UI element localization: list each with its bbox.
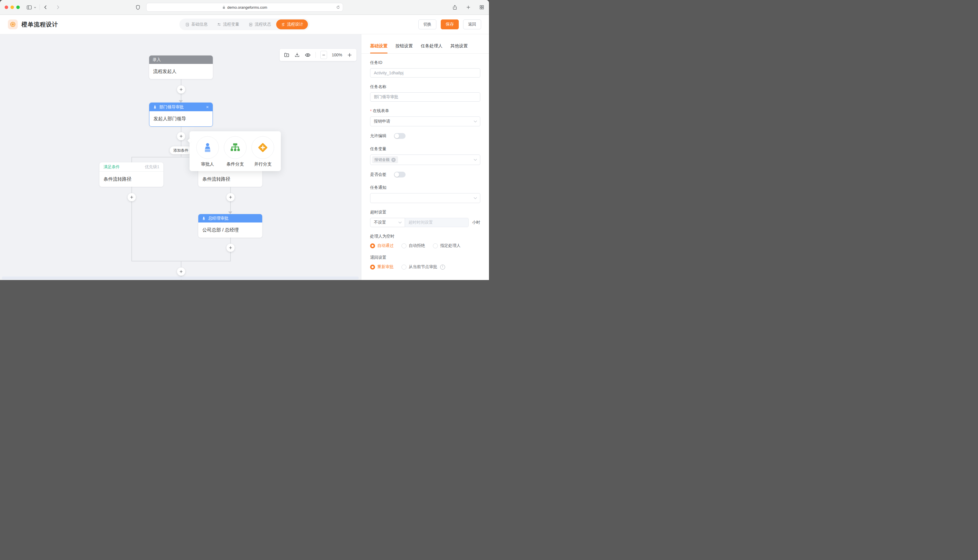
delete-node-icon[interactable] [206,105,209,108]
radio-from-current-node[interactable]: 从当前节点审批 [401,264,445,270]
node-dept-approval[interactable]: 部门领导审批 发起人部门领导 [149,103,213,127]
add-condition-label[interactable]: 添加条件 [170,147,192,154]
address-bar[interactable]: demo.orangeforms.com [146,3,343,12]
flow-icon [281,22,285,27]
page-title: 橙单流程设计 [22,21,58,28]
plus-icon [229,195,232,199]
traffic-lights [5,5,20,9]
popup-item-condition-branch[interactable]: 条件分支 [223,136,247,171]
variable-tag: 报销金额 [372,156,398,163]
browser-window: demo.orangeforms.com 橙单流程设计 基础信息 [0,0,489,280]
add-node-button[interactable] [177,132,185,140]
app-logo [8,20,18,29]
new-tab-icon[interactable] [466,5,471,10]
back-button-app[interactable]: 返回 [463,20,481,29]
field-label: 处理人为空时 [370,234,480,239]
task-variable-select[interactable]: 报销金额 [370,155,480,165]
node-gm-title: 总经理审批 [208,216,229,221]
timeout-mode-select[interactable]: 不设置 [370,218,405,227]
flow-nav-tabs: 基础信息 流程变量 流程状态 流程设计 [179,18,309,30]
add-node-button[interactable] [226,193,235,201]
approver-stamp-icon [202,142,213,153]
field-task-id: 任务ID [370,60,480,78]
radio-auto-reject[interactable]: 自动拒绝 [401,243,425,248]
flow-canvas[interactable]: 录入 流程发起人 部门领导审批 发起人部门领导 [0,34,361,280]
approver-stamp-icon [153,105,157,109]
popup-item-label: 并行分支 [251,162,275,167]
add-node-button[interactable] [177,85,185,93]
tab-overview-icon[interactable] [479,5,484,10]
tab-flow-variables[interactable]: 流程变量 [212,18,244,30]
fullscreen-window-button[interactable] [16,5,20,9]
field-label: 在线表单 [373,108,389,113]
reload-icon[interactable] [336,5,340,9]
countersign-toggle[interactable] [394,172,406,177]
forward-button[interactable] [55,4,61,10]
tab-basic-settings[interactable]: 基础设置 [370,43,388,53]
import-file-icon[interactable] [284,52,289,58]
chevron-down-icon [473,158,477,161]
privacy-shield-icon[interactable] [135,5,140,10]
sidebar-toggle-icon[interactable] [26,4,32,10]
chevron-down-icon [398,221,402,223]
node-start[interactable]: 录入 流程发起人 [149,55,213,79]
tab-label: 流程状态 [255,22,271,27]
plus-icon [347,52,352,58]
radio-label: 重新审批 [377,264,394,270]
close-window-button[interactable] [5,5,8,9]
share-icon[interactable] [452,5,458,10]
allow-edit-toggle[interactable] [394,133,406,139]
add-node-button[interactable] [128,193,136,201]
plus-icon [179,134,183,138]
lock-icon [222,5,226,9]
tab-basic-info[interactable]: 基础信息 [181,18,212,30]
parallel-branch-icon [257,142,269,153]
task-notify-select[interactable] [370,193,480,203]
radio-auto-approve[interactable]: 自动通过 [370,243,394,248]
preview-eye-icon[interactable] [305,52,311,58]
horizontal-scrollbar[interactable] [2,277,359,279]
doc-status-icon [249,22,253,27]
node-gm-approval[interactable]: 总经理审批 公司总部 / 总经理 [198,214,262,238]
add-node-button[interactable] [226,244,235,252]
tab-flow-status[interactable]: 流程状态 [244,18,276,30]
download-icon[interactable] [294,52,300,58]
save-button[interactable]: 保存 [441,20,459,29]
field-countersign: 是否会签 [370,172,480,177]
add-node-popup: 审批人 条件分支 并行分支 [189,131,281,171]
timeout-unit: 小时 [472,220,480,225]
tab-button-settings[interactable]: 按钮设置 [395,43,413,53]
tab-flow-design[interactable]: 流程设计 [276,20,308,29]
chevron-down-icon[interactable] [33,6,37,9]
connector-line [131,157,132,162]
task-name-input[interactable] [370,92,480,102]
task-id-input[interactable] [370,68,480,78]
field-empty-handler: 处理人为空时 自动通过 自动拒绝 指定处理人 [370,234,480,248]
back-button[interactable] [43,4,48,10]
tab-other-settings[interactable]: 其他设置 [450,43,468,53]
popup-item-approver[interactable]: 审批人 [195,136,220,171]
popup-item-parallel-branch[interactable]: 并行分支 [251,136,275,171]
minimize-window-button[interactable] [10,5,14,9]
remove-tag-icon[interactable] [391,158,396,162]
switch-button[interactable]: 切换 [418,20,436,29]
radio-re-approve[interactable]: 重新审批 [370,264,394,270]
doc-edit-icon [185,22,189,27]
zoom-out-button[interactable] [320,51,327,59]
radio-label: 从当前节点审批 [409,264,437,270]
online-form-select[interactable]: 报销申请 [370,117,480,127]
chevron-down-icon [473,120,477,123]
add-node-button[interactable] [177,268,185,276]
orange-logo-icon [10,21,16,28]
timeout-value-input[interactable]: 超时时间设置 [405,218,469,227]
tab-task-handler[interactable]: 任务处理人 [421,43,443,53]
radio-dot [370,265,375,270]
zoom-in-button[interactable] [347,52,352,58]
app-header: 橙单流程设计 基础信息 流程变量 流程状态 流程设计 切换 保存 返回 [0,15,489,34]
field-label: 任务ID [370,60,480,65]
url-text: demo.orangeforms.com [227,5,267,10]
node-condition-left[interactable]: 满足条件 优先级1 条件流转路径 [99,162,164,187]
tab-label: 基础信息 [191,22,207,27]
radio-assign-handler[interactable]: 指定处理人 [433,243,460,248]
browser-chrome: demo.orangeforms.com [0,0,489,15]
